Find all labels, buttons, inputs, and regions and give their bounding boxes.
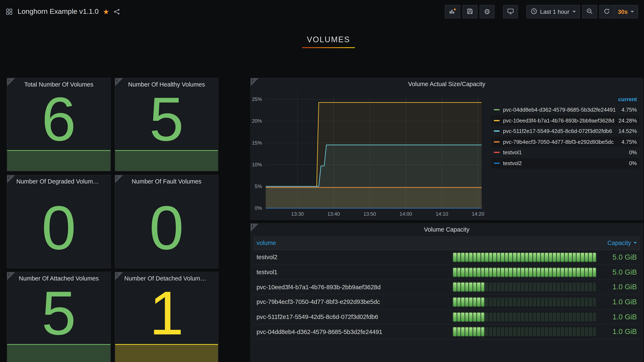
panel-info-icon[interactable]: i: [115, 78, 123, 86]
column-header-capacity[interactable]: Capacity: [608, 239, 637, 246]
volume-name-cell: pvc-79b4ecf3-7050-4d77-8bf3-e292d93be5dc: [256, 299, 453, 305]
panel-info-icon[interactable]: i: [115, 272, 123, 280]
led-cell: [497, 283, 500, 291]
led-cell: [513, 298, 516, 306]
clock-icon: [530, 8, 537, 16]
tv-mode-button[interactable]: [503, 5, 518, 18]
led-cell: [541, 298, 544, 306]
apps-icon[interactable]: [6, 8, 12, 15]
stat-value: 5: [115, 88, 218, 150]
legend-item[interactable]: testvol10%: [491, 147, 640, 158]
info-letter: i: [116, 272, 118, 277]
led-cell: [501, 313, 504, 321]
stat-panel-title[interactable]: Number Of Fault Volumes: [115, 175, 218, 188]
led-cell: [557, 253, 560, 262]
led-cell: [477, 253, 480, 262]
led-cell: [461, 253, 464, 262]
led-cell: [553, 283, 556, 291]
legend-color-icon: [494, 109, 500, 111]
row-heading[interactable]: VOLUMES: [0, 35, 644, 48]
panel-info-icon[interactable]: i: [7, 175, 15, 183]
table-row: pvc-10eed3f4-b7a1-4b76-893b-2bb9aef3628d…: [253, 280, 640, 295]
column-header-volume[interactable]: volume: [256, 239, 608, 246]
panel-info-icon[interactable]: i: [7, 78, 15, 86]
led-cell: [501, 298, 504, 306]
stat-panel: iNumber Of Degraded Volumes...0: [7, 175, 111, 268]
led-cell: [593, 283, 596, 291]
led-cell: [501, 253, 504, 262]
led-cell: [505, 268, 508, 277]
led-cell: [509, 328, 512, 336]
led-cell: [581, 298, 584, 306]
led-cell: [589, 253, 592, 262]
led-cell: [581, 268, 584, 277]
gear-icon: ⚙: [484, 8, 490, 15]
led-cell: [489, 268, 492, 277]
zoom-out-button[interactable]: [582, 5, 597, 18]
led-cell: [461, 283, 464, 291]
led-cell: [545, 313, 548, 321]
y-tick-label: 5%: [255, 183, 262, 189]
led-cell: [549, 298, 552, 306]
legend-item[interactable]: pvc-04dd8eb4-d362-4579-8685-5b3d2fe24491…: [491, 105, 640, 115]
refresh-interval-button[interactable]: 30s: [614, 5, 638, 18]
save-dashboard-button[interactable]: [462, 5, 478, 18]
table-panel-title[interactable]: Volume Capacity: [251, 224, 643, 235]
led-cell: [549, 313, 552, 321]
led-cell: [581, 328, 584, 336]
stat-panels-grid: iTotal Number Of Volumes6iNumber Of Heal…: [7, 78, 218, 362]
series-fill: [266, 187, 482, 208]
led-cell: [485, 268, 488, 277]
x-tick-label: 14:10: [436, 211, 448, 217]
share-icon[interactable]: [114, 8, 120, 15]
led-cell: [569, 268, 572, 277]
led-cell: [509, 298, 512, 306]
led-cell: [569, 328, 572, 336]
legend-item[interactable]: pvc-79b4ecf3-7050-4d77-8bf3-e292d93be5dc…: [491, 137, 640, 147]
led-cell: [457, 253, 460, 262]
sort-desc-icon: [634, 242, 637, 244]
led-cell: [529, 328, 532, 336]
led-cell: [529, 298, 532, 306]
led-cell: [497, 328, 500, 336]
led-cell: [593, 313, 596, 321]
led-cell: [573, 283, 576, 291]
led-cell: [509, 268, 512, 277]
legend-item[interactable]: testvol20%: [491, 158, 640, 169]
led-cell: [493, 268, 496, 277]
y-tick-label: 25%: [252, 96, 262, 102]
table-row: testvol25.0 GiB: [253, 250, 640, 265]
refresh-button[interactable]: [599, 5, 614, 18]
table-header: volume Capacity: [253, 236, 640, 250]
settings-button[interactable]: ⚙: [480, 5, 494, 18]
led-cell: [581, 313, 584, 321]
stat-panel-title[interactable]: Number Of Degraded Volumes...: [7, 175, 110, 188]
legend-item[interactable]: pvc-511f2e17-5549-42d5-8c6d-072f3d02fdb6…: [491, 126, 640, 137]
add-panel-button[interactable]: [445, 5, 460, 18]
led-cell: [465, 283, 468, 291]
star-icon[interactable]: ★: [103, 8, 110, 15]
led-cell: [593, 328, 596, 336]
panel-info-icon[interactable]: i: [251, 78, 258, 86]
led-cell: [553, 313, 556, 321]
info-letter: i: [116, 175, 118, 180]
time-range-button[interactable]: Last 1 hour: [526, 5, 580, 18]
led-cell: [545, 253, 548, 262]
panel-info-icon[interactable]: i: [251, 224, 258, 232]
heading-underline: [302, 47, 355, 48]
led-cell: [465, 298, 468, 306]
led-cell: [469, 313, 472, 321]
led-cell: [453, 253, 456, 262]
legend-current-header[interactable]: current: [491, 95, 640, 105]
capacity-lcd-gauge: [453, 283, 596, 291]
led-cell: [481, 328, 484, 336]
led-cell: [469, 283, 472, 291]
led-cell: [457, 313, 460, 321]
led-cell: [517, 298, 520, 306]
panel-info-icon[interactable]: i: [115, 175, 123, 183]
led-cell: [461, 313, 464, 321]
panel-info-icon[interactable]: i: [7, 272, 15, 280]
capacity-value: 5.0 GiB: [602, 253, 637, 262]
legend-item[interactable]: pvc-10eed3f4-b7a1-4b76-893b-2bb9aef3628d…: [491, 115, 640, 126]
dashboard-title[interactable]: Longhorn Example v1.1.0: [18, 7, 99, 16]
